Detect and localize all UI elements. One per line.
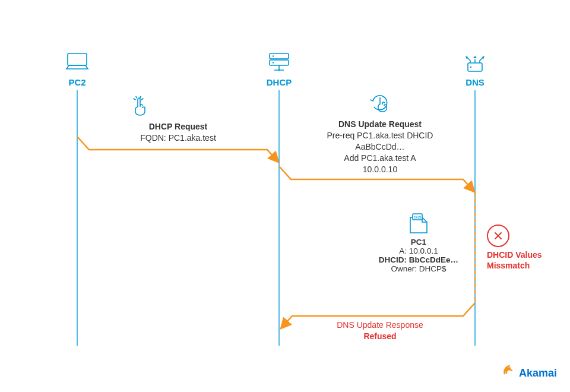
- dhcp-label: DHCP: [267, 77, 292, 87]
- dns-update-request-line4: 10.0.0.10: [309, 164, 451, 175]
- refresh-click-icon: [368, 91, 392, 119]
- record-owner: Owner: DHCP$: [368, 264, 469, 273]
- dns-doc-icon: DNS: [407, 211, 430, 235]
- akamai-logo: Akamai: [502, 365, 557, 381]
- dhcp-lifeline: [278, 90, 280, 346]
- error-icon: [487, 225, 509, 247]
- dns-label: DNS: [466, 77, 484, 87]
- pc2-lifeline: [77, 90, 78, 346]
- svg-rect-0: [68, 53, 87, 65]
- error-text: DHCID Values Missmatch: [487, 250, 542, 270]
- svg-rect-2: [270, 60, 289, 65]
- akamai-swirl-icon: [502, 365, 517, 381]
- sequence-diagram: PC2 DHCP DNS DHCP Request FQDN: PC1.aka.…: [0, 0, 570, 392]
- akamai-logo-text: Akamai: [519, 367, 557, 380]
- dhcp-request-msg: DHCP Request FQDN: PC1.aka.test: [107, 121, 249, 144]
- dns-update-request-line1: Pre-req PC1.aka.test DHCID: [309, 130, 451, 141]
- dns-update-request-title: DNS Update Request: [309, 119, 451, 130]
- pc2-icon: [64, 51, 90, 75]
- svg-point-5: [278, 69, 280, 71]
- dns-update-response-msg: DNS Update Response Refused: [309, 320, 451, 342]
- dhcp-request-title: DHCP Request: [107, 121, 249, 132]
- dns-update-request-msg: DNS Update Request Pre-req PC1.aka.test …: [309, 119, 451, 175]
- svg-rect-1: [270, 53, 289, 59]
- click-icon: [131, 96, 148, 119]
- svg-point-7: [470, 67, 471, 68]
- dns-lifeline: [474, 90, 476, 346]
- svg-point-3: [273, 55, 274, 56]
- dns-update-request-line2: AaBbCcDd…: [309, 141, 451, 153]
- dns-update-request-line3: Add PC1.aka.test A: [309, 153, 451, 164]
- svg-text:DNS: DNS: [414, 216, 422, 219]
- record-a: A: 10.0.0.1: [368, 246, 469, 255]
- dns-record-block: DNS PC1 A: 10.0.0.1 DHCID: BbCcDdEe… Own…: [368, 211, 469, 273]
- dns-update-response-status: Refused: [309, 331, 451, 342]
- dns-server-icon: [462, 51, 488, 80]
- record-dhcid: DHCID: BbCcDdEe…: [368, 255, 469, 264]
- dns-update-response-title: DNS Update Response: [309, 320, 451, 331]
- dhcp-request-line1: FQDN: PC1.aka.test: [107, 132, 249, 144]
- svg-point-4: [273, 62, 274, 63]
- pc2-label: PC2: [68, 77, 86, 87]
- record-name: PC1: [368, 238, 469, 246]
- dhcp-server-icon: [266, 51, 292, 77]
- svg-rect-6: [468, 63, 482, 71]
- error-label: DHCID Values Missmatch: [487, 249, 542, 271]
